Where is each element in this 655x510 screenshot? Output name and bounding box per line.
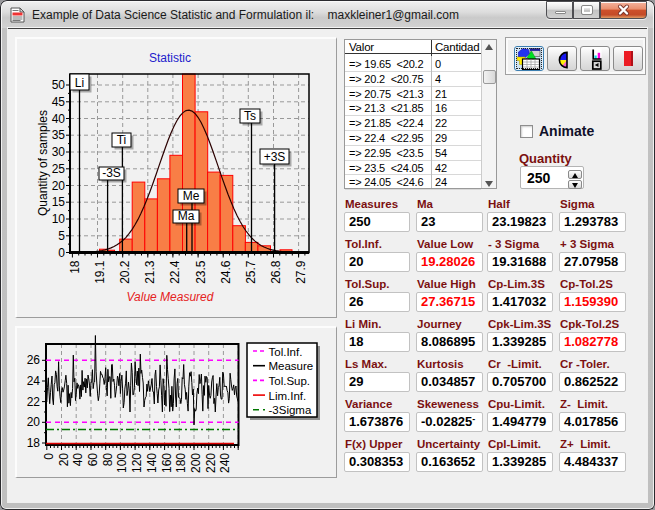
svg-text:220: 220	[204, 453, 218, 473]
svg-text:Lim.Inf.: Lim.Inf.	[269, 390, 307, 402]
svg-text:180: 180	[174, 453, 188, 473]
svg-text:200: 200	[189, 453, 203, 473]
svg-text:40: 40	[52, 112, 66, 126]
svg-text:25: 25	[52, 162, 66, 176]
svg-text:-3S: -3S	[102, 166, 121, 180]
svg-text:22: 22	[27, 395, 41, 409]
svg-text:Statistic: Statistic	[149, 51, 191, 65]
svg-text:60: 60	[86, 453, 100, 467]
svg-text:26.8: 26.8	[269, 260, 283, 284]
svg-text:0: 0	[58, 246, 65, 260]
svg-text:20: 20	[27, 415, 41, 429]
svg-text:-3Sigma: -3Sigma	[269, 404, 312, 416]
svg-text:18: 18	[68, 260, 82, 274]
svg-text:24.6: 24.6	[219, 260, 233, 284]
svg-text:26: 26	[27, 353, 41, 367]
svg-text:27.9: 27.9	[294, 260, 308, 284]
svg-text:Ti: Ti	[117, 133, 127, 147]
svg-text:35: 35	[52, 128, 66, 142]
svg-text:40: 40	[71, 453, 85, 467]
svg-text:120: 120	[130, 453, 144, 473]
svg-text:10: 10	[52, 212, 66, 226]
svg-text:18: 18	[27, 436, 41, 450]
svg-text:0: 0	[42, 453, 56, 460]
svg-text:240: 240	[218, 453, 232, 473]
svg-text:20: 20	[57, 453, 71, 467]
svg-text:19.1: 19.1	[93, 260, 107, 284]
svg-text:Ma: Ma	[178, 209, 195, 223]
svg-text:24: 24	[27, 374, 41, 388]
svg-text:20: 20	[52, 179, 66, 193]
svg-text:Quantity of samples: Quantity of samples	[36, 110, 50, 216]
svg-text:Tol.Inf.: Tol.Inf.	[269, 346, 303, 358]
svg-text:Li: Li	[75, 76, 84, 90]
svg-text:5: 5	[58, 229, 65, 243]
svg-text:20.2: 20.2	[118, 260, 132, 284]
svg-text:Value Measured: Value Measured	[127, 290, 214, 304]
svg-text:Tol.Sup.: Tol.Sup.	[269, 375, 311, 387]
svg-text:15: 15	[52, 195, 66, 209]
svg-text:Measure: Measure	[269, 360, 314, 372]
svg-text:22.4: 22.4	[168, 260, 182, 284]
svg-text:30: 30	[52, 145, 66, 159]
svg-text:80: 80	[101, 453, 115, 467]
svg-text:50: 50	[52, 78, 66, 92]
svg-text:21.3: 21.3	[143, 260, 157, 284]
svg-text:100: 100	[115, 453, 129, 473]
svg-text:+3S: +3S	[264, 150, 286, 164]
svg-text:45: 45	[52, 95, 66, 109]
svg-text:160: 160	[160, 453, 174, 473]
svg-text:Me: Me	[183, 189, 200, 203]
svg-text:25.7: 25.7	[244, 260, 258, 284]
svg-text:23.5: 23.5	[194, 260, 208, 284]
svg-text:140: 140	[145, 453, 159, 473]
svg-text:Ts: Ts	[244, 109, 256, 123]
